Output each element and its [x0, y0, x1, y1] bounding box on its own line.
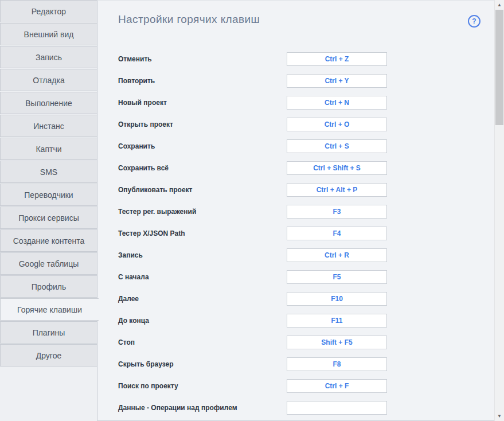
hotkey-input[interactable]: Shift + F5	[287, 336, 387, 349]
sidebar-item-appearance[interactable]: Внешний вид	[0, 23, 97, 45]
hotkey-label: Опубликовать проект	[118, 183, 193, 197]
sidebar-item-label: Внешний вид	[24, 30, 74, 39]
hotkey-row: Скрыть браузер F8	[118, 357, 416, 371]
sidebar-item-translators[interactable]: Переводчики	[0, 184, 97, 206]
hotkey-input[interactable]: Ctrl + O	[287, 118, 387, 131]
hotkey-row: Запись Ctrl + R	[118, 248, 416, 262]
sidebar-item-sms[interactable]: SMS	[0, 161, 97, 183]
sidebar-item-profile[interactable]: Профиль	[0, 275, 97, 298]
hotkey-input[interactable]: Ctrl + Z	[287, 52, 387, 66]
hotkey-input[interactable]: F10	[287, 292, 387, 306]
hotkey-input[interactable]	[287, 401, 387, 415]
hotkey-input[interactable]: Ctrl + Shift + S	[287, 161, 387, 175]
sidebar-item-hotkeys[interactable]: Горячие клавиши	[0, 298, 99, 321]
sidebar-item-label: Инстанс	[33, 122, 64, 131]
hotkey-label: Тестер рег. выражений	[118, 205, 196, 219]
hotkey-label: С начала	[118, 270, 149, 284]
hotkey-label: Далее	[118, 292, 139, 306]
hotkey-label: Отменить	[118, 52, 152, 66]
sidebar-item-debugging[interactable]: Отладка	[0, 69, 97, 91]
sidebar-item-google-sheets[interactable]: Google таблицы	[0, 252, 97, 275]
sidebar-item-label: Другое	[36, 351, 61, 360]
sidebar-item-editor[interactable]: Редактор	[0, 0, 97, 22]
hotkey-input[interactable]: F4	[287, 227, 387, 240]
hotkey-row: Тестер рег. выражений F3	[118, 205, 416, 219]
hotkey-label: Запись	[118, 248, 143, 262]
vertical-scrollbar[interactable]: ▲ ▼	[494, 0, 504, 421]
hotkey-label: Тестер X/JSON Path	[118, 227, 185, 240]
sidebar-item-label: Профиль	[32, 282, 66, 291]
hotkey-label: Стоп	[118, 336, 135, 349]
sidebar-item-label: SMS	[40, 167, 57, 177]
hotkey-row: Далее F10	[118, 292, 416, 306]
sidebar-item-label: Прокси сервисы	[18, 213, 79, 223]
hotkey-row: Отменить Ctrl + Z	[118, 52, 416, 66]
hotkey-input[interactable]: F5	[287, 270, 387, 284]
sidebar-item-label: Создание контента	[13, 236, 85, 245]
hotkey-label: Скрыть браузер	[118, 357, 174, 371]
sidebar-item-content-creation[interactable]: Создание контента	[0, 229, 97, 252]
hotkey-input[interactable]: F11	[287, 314, 387, 328]
hotkey-input[interactable]: Ctrl + R	[287, 248, 387, 262]
sidebar-item-label: Горячие клавиши	[17, 305, 82, 314]
hotkey-row: До конца F11	[118, 314, 416, 328]
hotkey-label: Повторить	[118, 74, 155, 88]
hotkey-input[interactable]: Ctrl + N	[287, 96, 387, 110]
hotkey-row: Стоп Shift + F5	[118, 336, 416, 349]
hotkey-row: Новый проект Ctrl + N	[118, 96, 416, 110]
settings-sidebar: Редактор Внешний вид Запись Отладка Выпо…	[0, 0, 97, 367]
help-icon[interactable]: ?	[468, 15, 480, 28]
hotkey-label: До конца	[118, 314, 149, 328]
sidebar-item-label: Каптчи	[36, 145, 61, 154]
hotkeys-settings-panel: Настройки горячих клавиш ? Отменить Ctrl…	[97, 0, 504, 421]
sidebar-item-label: Переводчики	[24, 190, 73, 200]
sidebar-item-other[interactable]: Другое	[0, 344, 97, 367]
sidebar-item-label: Отладка	[33, 76, 64, 85]
page-title: Настройки горячих клавиш	[118, 13, 260, 26]
hotkey-label: Сохранить	[118, 139, 155, 153]
hotkey-row: Сохранить всё Ctrl + Shift + S	[118, 161, 416, 175]
scrollbar-thumb[interactable]	[495, 10, 503, 125]
hotkey-input[interactable]: Ctrl + Y	[287, 74, 387, 88]
scroll-up-icon[interactable]: ▲	[495, 0, 504, 10]
sidebar-item-captcha[interactable]: Каптчи	[0, 138, 97, 160]
hotkey-label: Открыть проект	[118, 118, 173, 131]
sidebar-item-label: Google таблицы	[19, 259, 79, 268]
sidebar-item-plugins[interactable]: Плагины	[0, 321, 97, 344]
sidebar-item-proxy-services[interactable]: Прокси сервисы	[0, 206, 97, 229]
sidebar-item-label: Запись	[36, 53, 62, 62]
hotkey-input[interactable]: F3	[287, 205, 387, 219]
sidebar-item-label: Плагины	[33, 328, 65, 337]
hotkey-row: Опубликовать проект Ctrl + Alt + P	[118, 183, 416, 197]
hotkey-label: Поиск по проекту	[118, 379, 178, 393]
hotkey-row: Тестер X/JSON Path F4	[118, 227, 416, 240]
sidebar-item-execution[interactable]: Выполнение	[0, 92, 97, 114]
hotkey-input[interactable]: F8	[287, 357, 387, 371]
sidebar-item-label: Редактор	[32, 7, 66, 16]
hotkey-label: Данные - Операции над профилем	[118, 401, 237, 415]
hotkey-row: Повторить Ctrl + Y	[118, 74, 416, 88]
sidebar-item-label: Выполнение	[25, 99, 72, 108]
hotkey-row: Сохранить Ctrl + S	[118, 139, 416, 153]
hotkey-label: Новый проект	[118, 96, 167, 110]
hotkey-input[interactable]: Ctrl + F	[287, 379, 387, 393]
sidebar-item-instance[interactable]: Инстанс	[0, 115, 97, 137]
hotkey-input[interactable]: Ctrl + Alt + P	[287, 183, 387, 197]
hotkey-row: Данные - Операции над профилем	[118, 401, 416, 415]
hotkey-row: Открыть проект Ctrl + O	[118, 118, 416, 131]
hotkey-row: Поиск по проекту Ctrl + F	[118, 379, 416, 393]
hotkeys-list: Отменить Ctrl + Z Повторить Ctrl + Y Нов…	[118, 52, 416, 421]
sidebar-item-recording[interactable]: Запись	[0, 46, 97, 68]
scroll-down-icon[interactable]: ▼	[495, 411, 504, 421]
hotkey-label: Сохранить всё	[118, 161, 169, 175]
hotkey-input[interactable]: Ctrl + S	[287, 139, 387, 153]
hotkey-row: С начала F5	[118, 270, 416, 284]
